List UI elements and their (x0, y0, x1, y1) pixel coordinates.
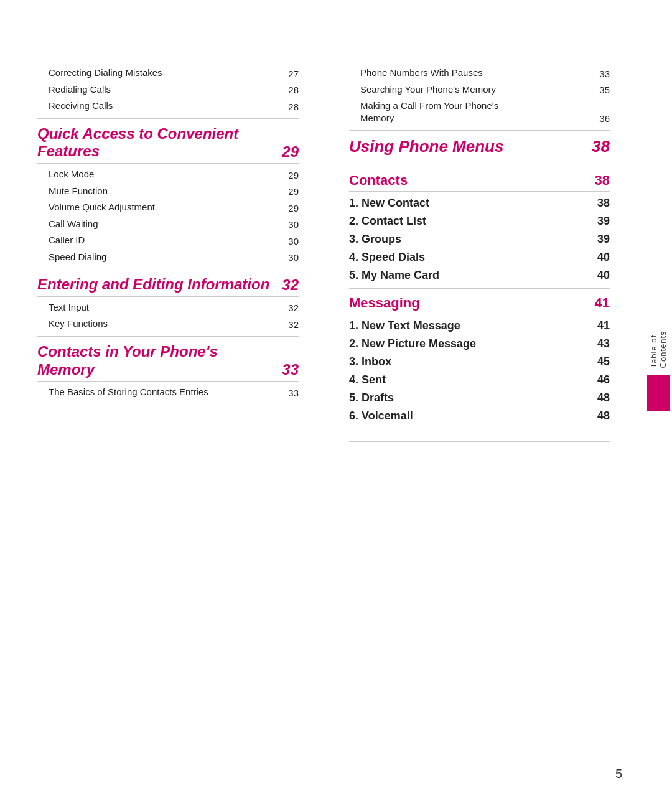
divider (349, 166, 610, 166)
section-page: 29 (282, 143, 299, 161)
section-contacts: Contacts 38 1. New Contact 38 2. Contact… (349, 172, 610, 282)
toc-entry-making-call: Making a Call From Your Phone's Memory 3… (360, 100, 610, 124)
toc-page: 45 (597, 355, 610, 368)
section-header-row: Entering and Editing Information 32 (37, 276, 299, 297)
toc-page: 38 (597, 197, 610, 210)
section-title: Contacts in Your Phone's Memory (37, 343, 277, 379)
section-messaging: Messaging 41 1. New Text Message 41 2. N… (349, 295, 610, 423)
divider (37, 269, 299, 269)
toc-entry-newpicturemsg: 2. New Picture Message 43 (349, 337, 610, 350)
section-header-row: Quick Access to Convenient Features 29 (37, 125, 299, 164)
toc-page: 28 (288, 101, 299, 112)
right-column: Phone Numbers With Pauses 33 Searching Y… (324, 62, 610, 756)
toc-label: 2. New Picture Message (349, 337, 590, 350)
toc-label: Receiving Calls (49, 100, 281, 112)
toc-entry-voicemail: 6. Voicemail 48 (349, 410, 610, 423)
toc-page: 33 (288, 388, 299, 398)
toc-page: 32 (288, 302, 299, 313)
toc-label: 5. My Name Card (349, 269, 590, 282)
toc-label: 3. Groups (349, 233, 590, 246)
toc-label: Lock Mode (49, 168, 281, 180)
toc-entry-callerid: Caller ID 30 (49, 234, 299, 246)
toc-label: Call Waiting (49, 218, 281, 230)
toc-page: 43 (597, 337, 610, 350)
toc-entry-groups: 3. Groups 39 (349, 233, 610, 246)
section-title: Entering and Editing Information (37, 276, 269, 294)
toc-page: 36 (599, 113, 610, 124)
toc-entry-textinput: Text Input 32 (49, 301, 299, 314)
toc-entry-callwaiting: Call Waiting 30 (49, 218, 299, 230)
divider (37, 336, 299, 337)
section-page: 33 (282, 361, 299, 378)
toc-entry-drafts: 5. Drafts 48 (349, 391, 610, 405)
toc-label: Searching Your Phone's Memory (360, 83, 534, 96)
toc-entry-sent: 4. Sent 46 (349, 373, 610, 387)
toc-label: 5. Drafts (349, 391, 590, 405)
toc-entry-phonenumbers: Phone Numbers With Pauses 33 (360, 67, 610, 79)
toc-page: 27 (288, 68, 299, 79)
toc-page: 29 (288, 203, 299, 213)
toc-entry-newtextmsg: 1. New Text Message 41 (349, 319, 610, 332)
side-tab-bar (647, 375, 670, 411)
toc-label: 2. Contact List (349, 215, 590, 228)
page: Correcting Dialing Mistakes 27 Redialing… (0, 0, 672, 806)
top-entries-left: Correcting Dialing Mistakes 27 Redialing… (37, 67, 299, 112)
toc-page: 39 (597, 215, 610, 228)
section-entering-editing: Entering and Editing Information 32 Text… (37, 276, 299, 330)
toc-page: 40 (597, 269, 610, 282)
section-messaging-row: Messaging 41 (349, 295, 610, 314)
section-menus-title: Using Phone Menus (349, 137, 503, 156)
toc-label: Key Functions (49, 317, 281, 330)
toc-page: 41 (597, 319, 610, 332)
section-quick-access: Quick Access to Convenient Features 29 L… (37, 125, 299, 263)
section-title: Quick Access to Convenient Features (37, 125, 277, 161)
toc-page: 29 (288, 186, 299, 197)
divider (349, 130, 610, 131)
toc-page: 39 (597, 233, 610, 246)
section-menus-page: 38 (592, 137, 610, 156)
toc-label: 3. Inbox (349, 355, 590, 368)
toc-label: Caller ID (49, 234, 281, 246)
toc-label: Mute Function (49, 185, 281, 197)
toc-page: 32 (288, 319, 299, 330)
toc-page: 40 (597, 251, 610, 264)
toc-label: Volume Quick Adjustment (49, 201, 281, 213)
toc-entry-mynamecardrd: 5. My Name Card 40 (349, 269, 610, 282)
toc-label: 1. New Contact (349, 197, 590, 210)
side-tab: Table of Contents (645, 299, 672, 411)
toc-entry-speeddials: 4. Speed Dials 40 (349, 251, 610, 264)
left-column: Correcting Dialing Mistakes 27 Redialing… (37, 62, 324, 756)
toc-entry-keyfunctions: Key Functions 32 (49, 317, 299, 330)
toc-page: 28 (288, 85, 299, 95)
section-messaging-page: 41 (595, 295, 610, 311)
toc-entry-newcontact: 1. New Contact 38 (349, 197, 610, 210)
toc-entry-speeddialing: Speed Dialing 30 (49, 251, 299, 263)
toc-page: 30 (288, 252, 299, 263)
toc-label: 4. Sent (349, 373, 590, 387)
toc-entry-receiving: Receiving Calls 28 (49, 100, 299, 112)
divider (349, 288, 610, 289)
toc-page: 48 (597, 410, 610, 423)
toc-label: The Basics of Storing Contacts Entries (49, 386, 223, 398)
toc-label: Text Input (49, 301, 281, 314)
toc-page: 30 (288, 219, 299, 230)
toc-label: 1. New Text Message (349, 319, 590, 332)
top-entries-right: Phone Numbers With Pauses 33 Searching Y… (349, 67, 610, 124)
toc-page: 29 (288, 170, 299, 180)
toc-entry-volume: Volume Quick Adjustment 29 (49, 201, 299, 213)
section-contacts-row: Contacts 38 (349, 172, 610, 192)
toc-page: 48 (597, 391, 610, 405)
toc-page: 30 (288, 236, 299, 246)
page-number: 5 (615, 767, 622, 781)
section-page: 32 (282, 276, 299, 294)
toc-label: Phone Numbers With Pauses (360, 67, 592, 79)
section-menus-row: Using Phone Menus 38 (349, 137, 610, 159)
section-messaging-title: Messaging (349, 295, 420, 311)
toc-page: 46 (597, 373, 610, 387)
toc-label: Redialing Calls (49, 83, 281, 96)
section-contacts-title: Contacts (349, 172, 408, 189)
section-header-row: Contacts in Your Phone's Memory 33 (37, 343, 299, 382)
section-using-phone-menus: Using Phone Menus 38 (349, 137, 610, 159)
toc-entry-correcting: Correcting Dialing Mistakes 27 (49, 67, 299, 79)
toc-entry-redialing: Redialing Calls 28 (49, 83, 299, 96)
